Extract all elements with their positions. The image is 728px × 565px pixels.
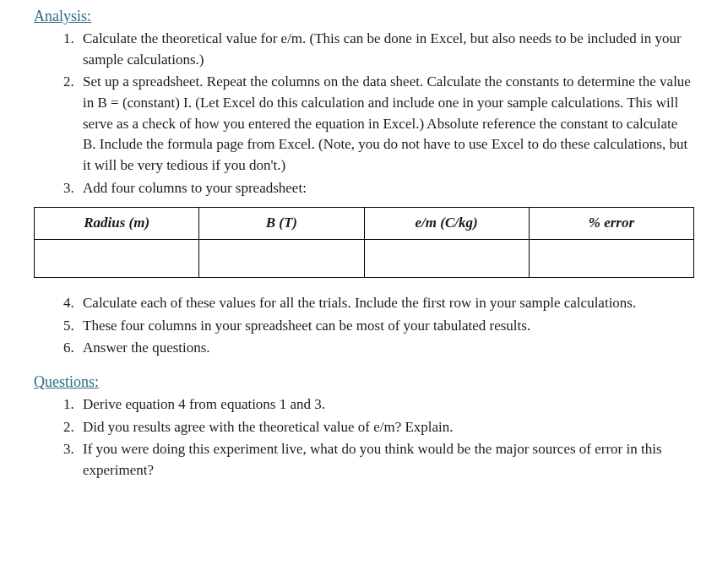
analysis-section: Analysis: Calculate the theoretical valu… — [34, 5, 694, 359]
col-header-radius: Radius (m) — [35, 208, 199, 240]
question-item-1: Derive equation 4 from equations 1 and 3… — [78, 394, 694, 416]
col-header-error: % error — [529, 208, 693, 240]
analysis-item-3: Add four columns to your spreadsheet: — [78, 178, 694, 199]
analysis-item-1: Calculate the theoretical value for e/m.… — [78, 29, 694, 70]
table-cell — [364, 239, 529, 277]
table-cell — [529, 239, 693, 277]
col-header-em: e/m (C/kg) — [364, 208, 529, 240]
table-empty-row — [35, 239, 694, 277]
question-item-3: If you were doing this experiment live, … — [78, 439, 694, 481]
table-cell — [35, 239, 199, 277]
analysis-item-5: These four columns in your spreadsheet c… — [78, 316, 694, 337]
analysis-heading: Analysis: — [34, 5, 694, 27]
table-cell — [199, 239, 364, 277]
questions-section: Questions: Derive equation 4 from equati… — [34, 371, 694, 481]
table-header-row: Radius (m) B (T) e/m (C/kg) % error — [35, 208, 694, 240]
analysis-item-2: Set up a spreadsheet. Repeat the columns… — [78, 72, 694, 176]
analysis-list-bottom: Calculate each of these values for all t… — [34, 293, 694, 359]
questions-list: Derive equation 4 from equations 1 and 3… — [34, 394, 694, 481]
col-header-b: B (T) — [199, 208, 364, 240]
questions-heading: Questions: — [34, 371, 694, 393]
analysis-list-top: Calculate the theoretical value for e/m.… — [34, 29, 694, 198]
columns-table: Radius (m) B (T) e/m (C/kg) % error — [34, 207, 694, 278]
analysis-item-6: Answer the questions. — [78, 338, 694, 359]
analysis-item-4: Calculate each of these values for all t… — [78, 293, 694, 314]
question-item-2: Did you results agree with the theoretic… — [78, 417, 694, 438]
